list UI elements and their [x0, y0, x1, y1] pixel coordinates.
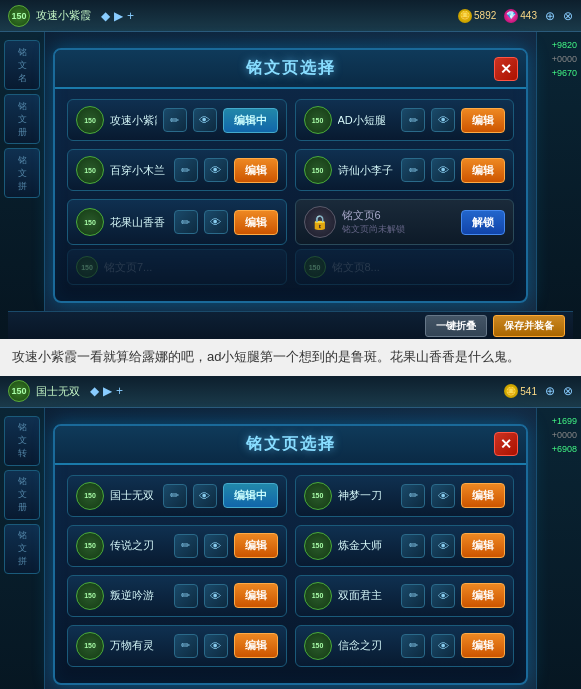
d2-card-name-8: 信念之刃	[338, 638, 396, 653]
d2-icon-btn-8a[interactable]: ✏	[401, 634, 425, 658]
d2-edit-btn-4[interactable]: 编辑	[461, 533, 505, 558]
game-top-bar-2: 150 国士无双 ◆ ▶ + 🪙 541 ⊕ ⊗	[0, 376, 581, 408]
bottom-bar-1: 一键折叠 保存并装备	[8, 311, 573, 339]
card-5: 150 花果山香香 ✏ 👁 编辑	[67, 199, 287, 245]
card-level-3: 150	[76, 156, 104, 184]
gem-icon: 💎	[504, 9, 518, 23]
d2-icon-btn-2a[interactable]: ✏	[401, 484, 425, 508]
d2-card-8: 150 信念之刃 ✏ 👁 编辑	[295, 625, 515, 667]
edit-button-4[interactable]: 编辑	[461, 158, 505, 183]
card-icon-btn-2b[interactable]: 👁	[431, 108, 455, 132]
d2-icon-btn-5b[interactable]: 👁	[204, 584, 228, 608]
d2-edit-btn-7[interactable]: 编辑	[234, 633, 278, 658]
menu-icon[interactable]: ⊗	[563, 9, 573, 23]
d2-card-level-2: 150	[304, 482, 332, 510]
side-item-3: 铭文拼	[4, 148, 40, 198]
currency-1-value: 5892	[474, 10, 496, 21]
d2-icon-btn-3a[interactable]: ✏	[174, 534, 198, 558]
play-icon: ▶	[114, 9, 123, 23]
close-button-2[interactable]: ✕	[494, 432, 518, 456]
lock-subtitle: 铭文页尚未解锁	[342, 223, 456, 236]
d2-card-name-6: 双面君主	[338, 588, 396, 603]
dialog-box-2: 铭文页选择 ✕ 150 国士无双 ✏ 👁 编辑中 150 神梦一刀 ✏ 👁	[53, 424, 528, 685]
card-icon-btn-2a[interactable]: ✏	[401, 108, 425, 132]
card-icon-btn-4b[interactable]: 👁	[431, 158, 455, 182]
modal-area-2: 铭文转 铭文册 铭文拼 +1699 +0000 +6908 铭文页选择 ✕ 15…	[0, 408, 581, 689]
card-name-1: 攻速小紫霞	[110, 113, 157, 128]
d2-card-3: 150 传说之刃 ✏ 👁 编辑	[67, 525, 287, 567]
d2-icon-btn-2b[interactable]: 👁	[431, 484, 455, 508]
side-item-2-2: 铭文册	[4, 470, 40, 520]
unlock-button[interactable]: 解锁	[461, 210, 505, 235]
comment-text-section: 攻速小紫霞一看就算给露娜的吧，ad小短腿第一个想到的是鲁斑。花果山香香是什么鬼。	[0, 339, 581, 376]
level-badge-1: 150	[8, 5, 30, 27]
edit-button-5[interactable]: 编辑	[234, 210, 278, 235]
card-icon-btn-1b[interactable]: 👁	[193, 108, 217, 132]
settings-icon[interactable]: ⊕	[545, 9, 555, 23]
side-item-2-1: 铭文转	[4, 416, 40, 466]
card-icon-btn-5a[interactable]: ✏	[174, 210, 198, 234]
card-icon-btn-5b[interactable]: 👁	[204, 210, 228, 234]
add-icon[interactable]: +	[127, 9, 134, 23]
more-card-2: 150 铭文页8...	[295, 249, 515, 285]
d2-icon-btn-1a[interactable]: ✏	[163, 484, 187, 508]
card-level-2: 150	[304, 106, 332, 134]
settings-icon-2[interactable]: ⊕	[545, 384, 555, 398]
stat-2-3: +6908	[541, 444, 577, 454]
d2-card-5: 150 叛逆吟游 ✏ 👁 编辑	[67, 575, 287, 617]
edit-button-2[interactable]: 编辑	[461, 108, 505, 133]
editing-button-1[interactable]: 编辑中	[223, 108, 278, 133]
stat-2-2: +0000	[541, 430, 577, 440]
card-name-3: 百穿小木兰	[110, 163, 168, 178]
d2-card-name-1: 国士无双	[110, 488, 157, 503]
side-item-2: 铭文册	[4, 94, 40, 144]
dialog-title-1: 铭文页选择	[246, 58, 336, 79]
game-top-bar-1: 150 攻速小紫霞 ◆ ▶ + 🪙 5892 💎 443 ⊕ ⊗	[0, 0, 581, 32]
more-card-name-1: 铭文页7...	[104, 260, 278, 275]
d2-card-6: 150 双面君主 ✏ 👁 编辑	[295, 575, 515, 617]
edit-button-3[interactable]: 编辑	[234, 158, 278, 183]
d2-card-level-6: 150	[304, 582, 332, 610]
menu-icon-2[interactable]: ⊗	[563, 384, 573, 398]
card-2: 150 AD小短腿 ✏ 👁 编辑	[295, 99, 515, 141]
d2-card-level-3: 150	[76, 532, 104, 560]
d2-icon-btn-6a[interactable]: ✏	[401, 584, 425, 608]
stat-1: +9820	[541, 40, 577, 50]
d2-editing-btn-1[interactable]: 编辑中	[223, 483, 278, 508]
level-badge-2: 150	[8, 380, 30, 402]
dialog-header-2: 铭文页选择 ✕	[55, 426, 526, 465]
side-panel-right-1: +9820 +0000 +9670	[536, 32, 581, 339]
side-item-2-3: 铭文拼	[4, 524, 40, 574]
d2-card-level-8: 150	[304, 632, 332, 660]
d2-icon-btn-8b[interactable]: 👁	[431, 634, 455, 658]
d2-icon-btn-7b[interactable]: 👁	[204, 634, 228, 658]
d2-edit-btn-6[interactable]: 编辑	[461, 583, 505, 608]
add-icon-2[interactable]: +	[116, 384, 123, 398]
d2-card-name-5: 叛逆吟游	[110, 588, 168, 603]
d2-icon-btn-7a[interactable]: ✏	[174, 634, 198, 658]
card-icon-btn-4a[interactable]: ✏	[401, 158, 425, 182]
d2-icon-btn-1b[interactable]: 👁	[193, 484, 217, 508]
card-icon-btn-1a[interactable]: ✏	[163, 108, 187, 132]
d2-icon-btn-6b[interactable]: 👁	[431, 584, 455, 608]
comment-text: 攻速小紫霞一看就算给露娜的吧，ad小短腿第一个想到的是鲁斑。花果山香香是什么鬼。	[12, 349, 520, 364]
d2-icon-btn-4a[interactable]: ✏	[401, 534, 425, 558]
fold-button-1[interactable]: 一键折叠	[425, 315, 487, 337]
card-icon-btn-3a[interactable]: ✏	[174, 158, 198, 182]
save-equip-button-1[interactable]: 保存并装备	[493, 315, 565, 337]
d2-card-level-5: 150	[76, 582, 104, 610]
d2-icon-btn-3b[interactable]: 👁	[204, 534, 228, 558]
more-card-1: 150 铭文页7...	[67, 249, 287, 285]
more-card-level-1: 150	[76, 256, 98, 278]
d2-edit-btn-5[interactable]: 编辑	[234, 583, 278, 608]
d2-icon-btn-5a[interactable]: ✏	[174, 584, 198, 608]
card-icon-btn-3b[interactable]: 👁	[204, 158, 228, 182]
stat-3: +9670	[541, 68, 577, 78]
d2-card-2: 150 神梦一刀 ✏ 👁 编辑	[295, 475, 515, 517]
d2-icon-btn-4b[interactable]: 👁	[431, 534, 455, 558]
close-button-1[interactable]: ✕	[494, 57, 518, 81]
d2-edit-btn-3[interactable]: 编辑	[234, 533, 278, 558]
d2-edit-btn-2[interactable]: 编辑	[461, 483, 505, 508]
stat-2-1: +1699	[541, 416, 577, 426]
d2-edit-btn-8[interactable]: 编辑	[461, 633, 505, 658]
